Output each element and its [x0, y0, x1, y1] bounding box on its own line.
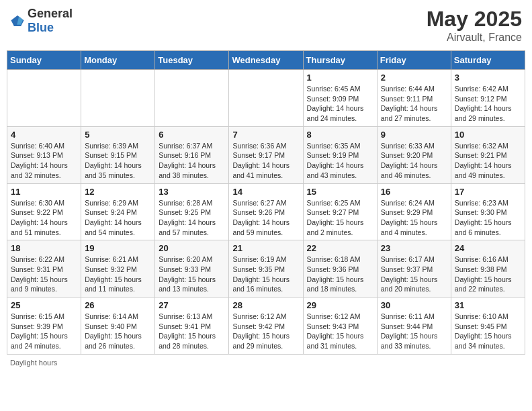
calendar-day-cell: 19Sunrise: 6:21 AMSunset: 9:32 PMDayligh… — [81, 240, 155, 298]
day-number: 30 — [381, 300, 447, 310]
day-info: Sunrise: 6:23 AMSunset: 9:30 PMDaylight:… — [455, 198, 521, 238]
day-info: Sunrise: 6:22 AMSunset: 9:31 PMDaylight:… — [11, 255, 77, 294]
calendar-day-cell: 6Sunrise: 6:37 AMSunset: 9:16 PMDaylight… — [155, 126, 229, 183]
calendar-day-cell: 12Sunrise: 6:29 AMSunset: 9:24 PMDayligh… — [81, 183, 155, 240]
day-number: 5 — [85, 130, 151, 140]
calendar-day-cell: 11Sunrise: 6:30 AMSunset: 9:22 PMDayligh… — [7, 183, 81, 240]
day-number: 24 — [455, 243, 521, 253]
day-info: Sunrise: 6:19 AMSunset: 9:35 PMDaylight:… — [232, 255, 299, 294]
logo: General Blue — [10, 7, 73, 35]
day-info: Sunrise: 6:29 AMSunset: 9:24 PMDaylight:… — [85, 198, 151, 238]
calendar-day-cell: 22Sunrise: 6:18 AMSunset: 9:36 PMDayligh… — [303, 240, 377, 298]
day-info: Sunrise: 6:16 AMSunset: 9:38 PMDaylight:… — [455, 255, 521, 294]
day-info: Sunrise: 6:32 AMSunset: 9:21 PMDaylight:… — [455, 141, 521, 181]
calendar-day-cell: 26Sunrise: 6:14 AMSunset: 9:40 PMDayligh… — [81, 298, 155, 355]
day-info: Sunrise: 6:17 AMSunset: 9:37 PMDaylight:… — [381, 255, 447, 294]
day-number: 11 — [11, 187, 77, 197]
day-number: 4 — [11, 130, 77, 140]
calendar-body: 1Sunrise: 6:45 AMSunset: 9:09 PMDaylight… — [7, 70, 525, 355]
day-info: Sunrise: 6:36 AMSunset: 9:17 PMDaylight:… — [232, 141, 299, 181]
day-number: 15 — [307, 187, 373, 197]
weekday-header: Tuesday — [155, 51, 229, 70]
calendar-header-row: SundayMondayTuesdayWednesdayThursdayFrid… — [7, 51, 525, 70]
calendar-day-cell: 31Sunrise: 6:10 AMSunset: 9:45 PMDayligh… — [451, 298, 525, 355]
day-number: 6 — [159, 130, 225, 140]
day-number: 13 — [159, 187, 225, 197]
day-number: 26 — [85, 300, 151, 310]
calendar-day-cell: 16Sunrise: 6:24 AMSunset: 9:29 PMDayligh… — [377, 183, 451, 240]
calendar-day-cell: 23Sunrise: 6:17 AMSunset: 9:37 PMDayligh… — [377, 240, 451, 298]
weekday-header: Friday — [377, 51, 451, 70]
calendar-day-cell: 24Sunrise: 6:16 AMSunset: 9:38 PMDayligh… — [451, 240, 525, 298]
day-info: Sunrise: 6:33 AMSunset: 9:20 PMDaylight:… — [381, 141, 447, 181]
location: Airvault, France — [427, 32, 522, 44]
calendar-day-cell: 5Sunrise: 6:39 AMSunset: 9:15 PMDaylight… — [81, 126, 155, 183]
day-info: Sunrise: 6:13 AMSunset: 9:41 PMDaylight:… — [159, 312, 225, 351]
calendar-day-cell: 9Sunrise: 6:33 AMSunset: 9:20 PMDaylight… — [377, 126, 451, 183]
day-info: Sunrise: 6:42 AMSunset: 9:12 PMDaylight:… — [455, 84, 521, 124]
day-info: Sunrise: 6:12 AMSunset: 9:42 PMDaylight:… — [232, 312, 299, 351]
day-number: 21 — [232, 243, 299, 253]
day-info: Sunrise: 6:14 AMSunset: 9:40 PMDaylight:… — [85, 312, 151, 351]
calendar-week-row: 4Sunrise: 6:40 AMSunset: 9:13 PMDaylight… — [7, 126, 525, 183]
day-number: 12 — [85, 187, 151, 197]
day-number: 18 — [11, 243, 77, 253]
day-info: Sunrise: 6:44 AMSunset: 9:11 PMDaylight:… — [381, 84, 447, 124]
logo-general: General — [28, 7, 73, 20]
calendar-day-cell: 25Sunrise: 6:15 AMSunset: 9:39 PMDayligh… — [7, 298, 81, 355]
month-year: May 2025 — [427, 7, 522, 32]
calendar-day-cell: 15Sunrise: 6:25 AMSunset: 9:27 PMDayligh… — [303, 183, 377, 240]
day-info: Sunrise: 6:24 AMSunset: 9:29 PMDaylight:… — [381, 198, 447, 238]
calendar-day-cell: 28Sunrise: 6:12 AMSunset: 9:42 PMDayligh… — [229, 298, 303, 355]
calendar-week-row: 1Sunrise: 6:45 AMSunset: 9:09 PMDaylight… — [7, 70, 525, 127]
calendar-day-cell: 18Sunrise: 6:22 AMSunset: 9:31 PMDayligh… — [7, 240, 81, 298]
day-number: 19 — [85, 243, 151, 253]
calendar-day-cell: 20Sunrise: 6:20 AMSunset: 9:33 PMDayligh… — [155, 240, 229, 298]
calendar-day-cell: 10Sunrise: 6:32 AMSunset: 9:21 PMDayligh… — [451, 126, 525, 183]
day-info: Sunrise: 6:10 AMSunset: 9:45 PMDaylight:… — [455, 312, 521, 351]
day-number: 29 — [307, 300, 373, 310]
day-info: Sunrise: 6:27 AMSunset: 9:26 PMDaylight:… — [232, 198, 299, 238]
calendar-day-cell: 13Sunrise: 6:28 AMSunset: 9:25 PMDayligh… — [155, 183, 229, 240]
day-number: 17 — [455, 187, 521, 197]
day-info: Sunrise: 6:15 AMSunset: 9:39 PMDaylight:… — [11, 312, 77, 351]
calendar-day-cell: 4Sunrise: 6:40 AMSunset: 9:13 PMDaylight… — [7, 126, 81, 183]
calendar-day-cell: 2Sunrise: 6:44 AMSunset: 9:11 PMDaylight… — [377, 70, 451, 127]
day-number: 9 — [381, 130, 447, 140]
day-number: 14 — [232, 187, 299, 197]
calendar-day-cell: 7Sunrise: 6:36 AMSunset: 9:17 PMDaylight… — [229, 126, 303, 183]
calendar-day-cell — [7, 70, 81, 127]
day-number: 10 — [455, 130, 521, 140]
day-info: Sunrise: 6:28 AMSunset: 9:25 PMDaylight:… — [159, 198, 225, 238]
day-number: 20 — [159, 243, 225, 253]
day-number: 27 — [159, 300, 225, 310]
day-number: 7 — [232, 130, 299, 140]
weekday-header: Saturday — [451, 51, 525, 70]
day-number: 3 — [455, 73, 521, 83]
day-info: Sunrise: 6:30 AMSunset: 9:22 PMDaylight:… — [11, 198, 77, 238]
day-info: Sunrise: 6:25 AMSunset: 9:27 PMDaylight:… — [307, 198, 373, 238]
logo-icon — [10, 13, 25, 28]
calendar-day-cell: 30Sunrise: 6:11 AMSunset: 9:44 PMDayligh… — [377, 298, 451, 355]
calendar-table: SundayMondayTuesdayWednesdayThursdayFrid… — [7, 50, 525, 355]
day-info: Sunrise: 6:35 AMSunset: 9:19 PMDaylight:… — [307, 141, 373, 181]
day-number: 2 — [381, 73, 447, 83]
calendar-day-cell: 27Sunrise: 6:13 AMSunset: 9:41 PMDayligh… — [155, 298, 229, 355]
calendar-day-cell — [155, 70, 229, 127]
day-number: 25 — [11, 300, 77, 310]
calendar-day-cell: 1Sunrise: 6:45 AMSunset: 9:09 PMDaylight… — [303, 70, 377, 127]
day-info: Sunrise: 6:39 AMSunset: 9:15 PMDaylight:… — [85, 141, 151, 181]
calendar-day-cell: 29Sunrise: 6:12 AMSunset: 9:43 PMDayligh… — [303, 298, 377, 355]
day-number: 8 — [307, 130, 373, 140]
calendar-day-cell — [229, 70, 303, 127]
calendar-day-cell: 17Sunrise: 6:23 AMSunset: 9:30 PMDayligh… — [451, 183, 525, 240]
day-info: Sunrise: 6:37 AMSunset: 9:16 PMDaylight:… — [159, 141, 225, 181]
day-info: Sunrise: 6:20 AMSunset: 9:33 PMDaylight:… — [159, 255, 225, 294]
day-info: Sunrise: 6:11 AMSunset: 9:44 PMDaylight:… — [381, 312, 447, 351]
calendar-day-cell: 21Sunrise: 6:19 AMSunset: 9:35 PMDayligh… — [229, 240, 303, 298]
calendar-week-row: 11Sunrise: 6:30 AMSunset: 9:22 PMDayligh… — [7, 183, 525, 240]
calendar-week-row: 18Sunrise: 6:22 AMSunset: 9:31 PMDayligh… — [7, 240, 525, 298]
calendar-day-cell — [81, 70, 155, 127]
day-info: Sunrise: 6:12 AMSunset: 9:43 PMDaylight:… — [307, 312, 373, 351]
calendar-day-cell: 14Sunrise: 6:27 AMSunset: 9:26 PMDayligh… — [229, 183, 303, 240]
